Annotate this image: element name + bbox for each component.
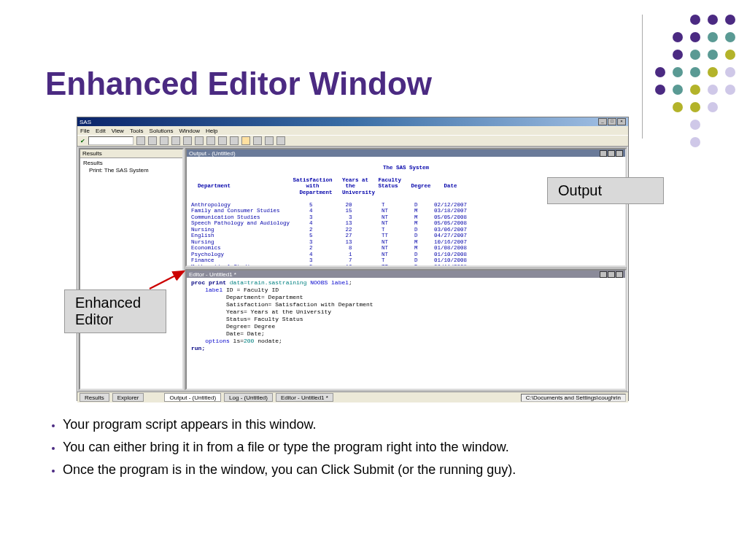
menu-bar: File Edit View Tools Solutions Window He… [77, 126, 628, 135]
minimize-icon[interactable]: _ [598, 118, 607, 125]
menu-solutions[interactable]: Solutions [150, 128, 174, 134]
output-row: Finance 3 7 T D 01/10/2008 [191, 257, 467, 263]
results-tree[interactable]: Results Print: The SAS System [80, 158, 182, 176]
output-row: Nursing 2 22 T D 03/06/2007 [191, 227, 467, 233]
editor-window-title: Editor - Untitled1 * [189, 271, 236, 278]
close-icon[interactable] [616, 271, 623, 278]
window-controls: _ □ × [598, 118, 626, 125]
menu-tools[interactable]: Tools [130, 128, 144, 134]
save-icon[interactable] [160, 136, 169, 145]
output-content[interactable]: The SAS System Satisfaction Years at Fac… [187, 157, 625, 265]
tree-item-print[interactable]: Print: The SAS System [83, 167, 179, 174]
submit-icon[interactable] [241, 136, 250, 145]
break-icon[interactable] [265, 136, 274, 145]
cut-icon[interactable] [195, 136, 204, 145]
min-icon[interactable] [600, 150, 607, 157]
taskbar-log[interactable]: Log - (Untitled) [224, 393, 273, 402]
undo-icon[interactable] [230, 136, 239, 145]
bullet-list: Your program script appears in this wind… [44, 417, 718, 485]
command-box[interactable] [88, 136, 133, 145]
min-icon[interactable] [600, 271, 607, 278]
new-icon[interactable] [136, 136, 145, 145]
callout-output: Output [547, 177, 664, 204]
taskbar-explorer[interactable]: Explorer [112, 393, 144, 402]
status-path: C:\Documents and Settings\coughrin [521, 394, 626, 402]
output-row: Speech Pathology and Audiology 4 13 NT M… [191, 220, 467, 226]
bullet-item: Your program script appears in this wind… [63, 417, 718, 432]
paste-icon[interactable] [218, 136, 227, 145]
output-columns: Satisfaction Years at Faculty Department… [191, 177, 457, 195]
results-panel: Results Results Print: The SAS System [79, 148, 184, 390]
output-row: Anthropology 5 20 T D 02/12/2007 [191, 202, 467, 208]
bullet-item: You can either bring it in from a file o… [63, 440, 718, 455]
close-icon[interactable] [616, 150, 623, 157]
output-header: The SAS System [191, 165, 621, 171]
copy-icon[interactable] [206, 136, 215, 145]
menu-edit[interactable]: Edit [96, 128, 106, 134]
taskbar-results[interactable]: Results [80, 393, 109, 402]
sas-titlebar: SAS _ □ × [77, 117, 628, 126]
preview-icon[interactable] [183, 136, 192, 145]
output-row: Economics 2 8 NT M 01/08/2008 [191, 245, 467, 251]
output-row: Family and Consumer Studies 4 15 NT M 03… [191, 208, 467, 214]
max-icon[interactable] [608, 150, 615, 157]
output-row: Communication Studies 3 3 NT M 05/05/200… [191, 214, 467, 220]
menu-help[interactable]: Help [206, 128, 217, 134]
print-icon[interactable] [171, 136, 180, 145]
sas-taskbar: Results Explorer Output - (Untitled) Log… [77, 392, 628, 402]
taskbar-editor[interactable]: Editor - Untitled1 * [276, 393, 333, 402]
output-row: Nursing 3 13 NT M 10/16/2007 [191, 239, 467, 245]
clear-icon[interactable] [253, 136, 262, 145]
maximize-icon[interactable]: □ [608, 118, 616, 125]
slide-title: Enhanced Editor Window [45, 66, 432, 102]
open-icon[interactable] [148, 136, 157, 145]
toolbar: ✔ [77, 135, 628, 147]
taskbar-output[interactable]: Output - (Untitled) [164, 393, 221, 402]
output-row: Mathematical Studies 5 16 TT D 06/11/200… [191, 264, 467, 266]
enhanced-editor-window: Editor - Untitled1 * proc print data=tra… [185, 269, 627, 390]
output-window: Output - (Untitled) The SAS System Satis… [185, 148, 627, 267]
results-panel-title: Results [80, 149, 182, 158]
output-window-title: Output - (Untitled) [189, 150, 236, 157]
output-row: Psychology 4 1 NT D 01/10/2008 [191, 252, 467, 257]
sas-window: SAS _ □ × File Edit View Tools Solutions… [77, 117, 629, 401]
output-row: English 5 27 TT D 04/27/2007 [191, 233, 467, 238]
app-title: SAS [80, 119, 91, 125]
menu-file[interactable]: File [80, 128, 90, 134]
tree-root[interactable]: Results [83, 160, 179, 167]
vertical-divider [642, 15, 643, 139]
menu-window[interactable]: Window [179, 128, 200, 134]
decorative-dot-grid [655, 15, 740, 152]
callout-enhanced-editor: Enhanced Editor [64, 289, 166, 333]
help-icon[interactable] [276, 136, 285, 145]
max-icon[interactable] [608, 271, 615, 278]
bullet-item: Once the program is in the window, you c… [63, 462, 718, 478]
menu-view[interactable]: View [112, 128, 124, 134]
close-icon[interactable]: × [617, 118, 626, 125]
editor-content[interactable]: proc print data=train.sastraining NOOBS … [187, 278, 625, 389]
